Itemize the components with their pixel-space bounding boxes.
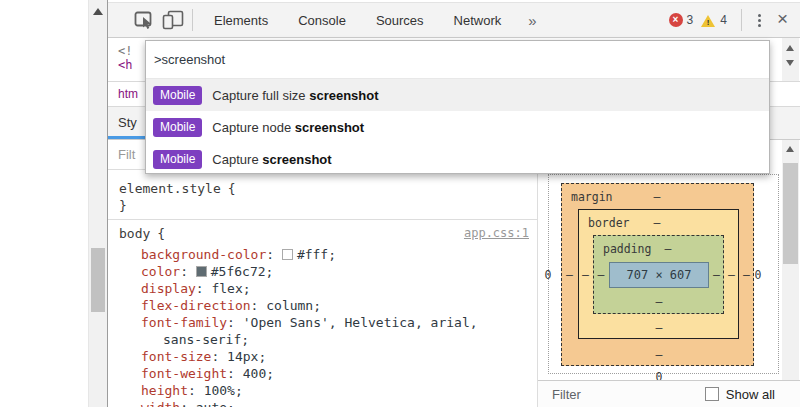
css-property[interactable]: width: auto; (119, 399, 537, 407)
css-property-value[interactable]: 100% (204, 383, 235, 398)
page-scrollbar[interactable] (88, 0, 108, 407)
page-scrollbar-thumb[interactable] (91, 248, 105, 312)
warning-icon: ! (701, 14, 716, 27)
css-property-value[interactable]: column (266, 298, 313, 313)
css-property-value[interactable]: sans-serif (163, 332, 241, 347)
breadcrumb-item-html[interactable]: htm (108, 87, 138, 101)
css-property-value[interactable]: flex (211, 281, 242, 296)
toolbar-separator (192, 9, 193, 31)
border-left-value[interactable]: – (578, 268, 593, 282)
tab-console[interactable]: Console (283, 4, 361, 37)
content-size-value[interactable]: 707 × 607 (626, 268, 691, 282)
margin-label: margin (571, 190, 613, 204)
show-all-checkbox[interactable] (705, 387, 719, 401)
css-property[interactable]: font-family: 'Open Sans', Helvetica, ari… (119, 314, 537, 331)
css-property-name[interactable]: height (141, 383, 188, 398)
padding-right-value[interactable]: – (709, 268, 724, 282)
command-input[interactable]: >screenshot (146, 41, 769, 79)
mobile-badge: Mobile (153, 118, 202, 137)
margin-bottom-value[interactable]: – (643, 348, 675, 362)
panel-tabs: ElementsConsoleSourcesNetwork (199, 4, 516, 37)
command-text-bold: screenshot (309, 88, 378, 103)
command-text: Capture (212, 152, 262, 167)
css-property-name[interactable]: display (141, 281, 196, 296)
css-property-name[interactable]: font-family (141, 315, 227, 330)
border-label: border (588, 216, 630, 230)
dom-tree-scrollbar[interactable] (782, 38, 799, 81)
styles-pane: Filt element.style{ } body{app.css:1 bac… (108, 140, 537, 407)
tab-network[interactable]: Network (439, 4, 517, 37)
scroll-down-arrow-icon[interactable] (786, 60, 794, 66)
css-property-list: background-color: #fff;color: #5f6c72;di… (119, 246, 537, 407)
border-bottom-value[interactable]: – (643, 321, 675, 335)
styles-filter-input[interactable]: Filt (108, 147, 135, 162)
css-property[interactable]: flex-direction: column; (119, 297, 537, 314)
border-top-value[interactable]: – (641, 216, 673, 230)
inspected-page (0, 0, 88, 407)
inspect-element-button[interactable] (132, 8, 158, 32)
devtools-menu-button[interactable] (748, 14, 771, 27)
metrics-scrollbar-thumb[interactable] (783, 163, 798, 264)
tab-styles[interactable]: Sty (108, 107, 137, 130)
command-menu-items: MobileCapture full size screenshotMobile… (146, 79, 769, 175)
position-right-value[interactable]: 0 (750, 268, 766, 282)
css-property-wrap[interactable]: sans-serif; (119, 331, 537, 348)
tab-sources[interactable]: Sources (361, 4, 439, 37)
css-property-value[interactable]: auto (196, 400, 227, 407)
css-property-value[interactable]: 14px (227, 349, 258, 364)
error-icon: × (669, 13, 683, 27)
css-property-name[interactable]: width (141, 400, 180, 407)
inline-style-close-brace: } (119, 197, 537, 214)
color-swatch[interactable] (196, 266, 207, 277)
color-swatch[interactable] (282, 249, 293, 260)
padding-bottom-value[interactable]: – (643, 295, 675, 309)
scroll-up-arrow-icon[interactable] (93, 8, 103, 15)
inline-style-rule[interactable]: element.style{ (119, 180, 537, 197)
padding-top-value[interactable]: – (658, 242, 678, 256)
margin-left-value[interactable]: – (561, 268, 578, 282)
position-left-value[interactable]: 0 (540, 268, 556, 282)
metrics-scrollbar[interactable] (782, 140, 799, 380)
more-tabs-button[interactable]: » (516, 12, 548, 29)
devtools-close-button[interactable]: × (771, 4, 800, 36)
css-property-value[interactable]: 400 (243, 366, 266, 381)
margin-top-value[interactable]: – (641, 190, 673, 204)
css-property-value[interactable]: #fff (297, 247, 328, 262)
padding-left-value[interactable]: – (593, 268, 609, 282)
styles-rules: element.style{ } body{app.css:1 backgrou… (108, 170, 537, 407)
toolbar-separator (741, 9, 742, 31)
rule-divider (108, 219, 537, 220)
body-rule-header[interactable]: body{app.css:1 (119, 225, 537, 242)
css-property-value[interactable]: 'Open Sans', Helvetica, arial, (243, 315, 478, 330)
command-menu: >screenshot MobileCapture full size scre… (145, 40, 770, 174)
device-toolbar-button[interactable] (160, 8, 186, 32)
console-status-badges[interactable]: × 3 ! 4 (669, 13, 731, 27)
css-property-name[interactable]: flex-direction (141, 298, 251, 313)
show-all-label[interactable]: Show all (726, 387, 800, 402)
css-property[interactable]: display: flex; (119, 280, 537, 297)
tab-elements[interactable]: Elements (199, 4, 283, 37)
scroll-up-arrow-icon[interactable] (786, 45, 794, 51)
error-count: 3 (687, 13, 698, 27)
command-item[interactable]: MobileCapture full size screenshot (146, 79, 769, 111)
css-property[interactable]: font-size: 14px; (119, 348, 537, 365)
css-property-name[interactable]: background-color (141, 247, 266, 262)
scroll-up-arrow-icon[interactable] (786, 146, 794, 152)
warning-count: 4 (720, 13, 731, 27)
command-item[interactable]: MobileCapture node screenshot (146, 111, 769, 143)
css-property[interactable]: font-weight: 400; (119, 365, 537, 382)
rule-selector[interactable]: body (119, 226, 150, 241)
stylesheet-link[interactable]: app.css:1 (464, 225, 529, 242)
css-property-value[interactable]: #5f6c72 (211, 264, 266, 279)
command-text-bold: screenshot (295, 120, 364, 135)
computed-filter-input[interactable]: Filter (538, 387, 705, 402)
css-property-name[interactable]: font-weight (141, 366, 227, 381)
border-right-value[interactable]: – (724, 268, 739, 282)
command-item[interactable]: MobileCapture screenshot (146, 143, 769, 175)
css-property[interactable]: background-color: #fff; (119, 246, 537, 263)
css-property-name[interactable]: font-size (141, 349, 211, 364)
command-text: Capture node (212, 120, 294, 135)
css-property[interactable]: color: #5f6c72; (119, 263, 537, 280)
css-property[interactable]: height: 100%; (119, 382, 537, 399)
css-property-name[interactable]: color (141, 264, 180, 279)
